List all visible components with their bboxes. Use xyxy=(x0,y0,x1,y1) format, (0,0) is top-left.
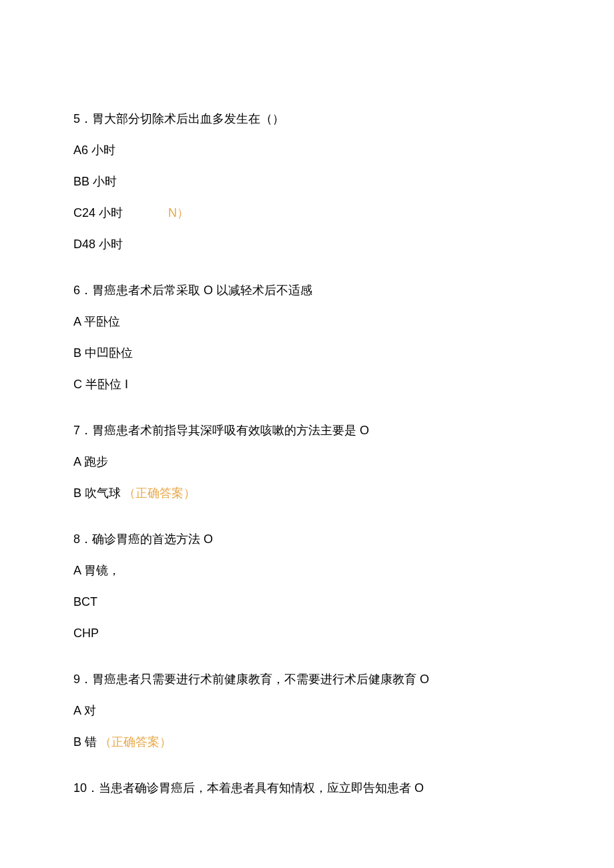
question-block: 5．胃大部分切除术后出血多发生在（） A6 小时 BB 小时 C24 小时 N）… xyxy=(73,110,541,254)
question-body: ．胃大部分切除术后出血多发生在（） xyxy=(80,112,284,125)
question-number: 10 xyxy=(73,781,87,795)
question-text: 5．胃大部分切除术后出血多发生在（） xyxy=(73,110,541,128)
option-label: A 跑步 xyxy=(73,455,108,468)
question-body: ．当患者确诊胃癌后，本着患者具有知情权，应立即告知患者 O xyxy=(87,781,424,795)
question-block: 9．胃癌患者只需要进行术前健康教育，不需要进行术后健康教育 O A 对 B 错（… xyxy=(73,671,541,751)
option-item: A 跑步 xyxy=(73,453,541,471)
option-label: B 吹气球 xyxy=(73,486,121,500)
option-label: A 平卧位 xyxy=(73,315,120,328)
document-page: 5．胃大部分切除术后出血多发生在（） A6 小时 BB 小时 C24 小时 N）… xyxy=(0,0,614,868)
question-body: ．胃癌患者术后常采取 O 以减轻术后不适感 xyxy=(80,284,312,297)
question-text: 6．胃癌患者术后常采取 O 以减轻术后不适感 xyxy=(73,282,541,300)
question-number: 7 xyxy=(73,424,80,437)
option-label: B 错 xyxy=(73,735,97,749)
question-block: 6．胃癌患者术后常采取 O 以减轻术后不适感 A 平卧位 B 中凹卧位 C 半卧… xyxy=(73,282,541,394)
option-item: C24 小时 N） xyxy=(73,204,541,222)
question-body: ．胃癌患者术前指导其深呼吸有效咳嗽的方法主要是 O xyxy=(80,424,369,437)
option-item: B 吹气球（正确答案） xyxy=(73,484,541,502)
option-label: A6 小时 xyxy=(73,143,115,157)
option-label: BCT xyxy=(73,595,97,608)
option-item: C 半卧位 I xyxy=(73,376,541,394)
option-item: A6 小时 xyxy=(73,141,541,159)
correct-marker: N） xyxy=(168,204,189,222)
option-item: A 胃镜， xyxy=(73,562,541,580)
correct-marker: （正确答案） xyxy=(123,486,196,500)
question-text: 9．胃癌患者只需要进行术前健康教育，不需要进行术后健康教育 O xyxy=(73,671,541,689)
question-body: ．胃癌患者只需要进行术前健康教育，不需要进行术后健康教育 O xyxy=(80,673,429,686)
correct-marker: （正确答案） xyxy=(99,735,172,749)
question-block: 7．胃癌患者术前指导其深呼吸有效咳嗽的方法主要是 O A 跑步 B 吹气球（正确… xyxy=(73,422,541,502)
option-label: CHP xyxy=(73,626,99,640)
option-item: D48 小时 xyxy=(73,236,541,254)
option-label: C24 小时 xyxy=(73,204,123,222)
question-number: 9 xyxy=(73,673,80,686)
question-number: 6 xyxy=(73,284,80,297)
option-item: BCT xyxy=(73,593,541,611)
question-number: 5 xyxy=(73,112,80,125)
option-item: CHP xyxy=(73,624,541,642)
option-label: D48 小时 xyxy=(73,238,123,251)
option-label: A 对 xyxy=(73,704,96,717)
option-label: A 胃镜， xyxy=(73,564,120,577)
question-text: 10．当患者确诊胃癌后，本着患者具有知情权，应立即告知患者 O xyxy=(73,779,541,797)
question-text: 8．确诊胃癌的首选方法 O xyxy=(73,530,541,548)
option-label: C 半卧位 I xyxy=(73,378,128,391)
question-number: 8 xyxy=(73,532,80,546)
option-item: BB 小时 xyxy=(73,173,541,191)
question-block: 8．确诊胃癌的首选方法 O A 胃镜， BCT CHP xyxy=(73,530,541,642)
option-label: BB 小时 xyxy=(73,175,117,188)
question-text: 7．胃癌患者术前指导其深呼吸有效咳嗽的方法主要是 O xyxy=(73,422,541,440)
option-item: B 错（正确答案） xyxy=(73,733,541,751)
question-body: ．确诊胃癌的首选方法 O xyxy=(80,532,213,546)
option-item: A 平卧位 xyxy=(73,313,541,331)
option-item: A 对 xyxy=(73,702,541,720)
option-label: B 中凹卧位 xyxy=(73,346,133,360)
question-block: 10．当患者确诊胃癌后，本着患者具有知情权，应立即告知患者 O xyxy=(73,779,541,797)
option-item: B 中凹卧位 xyxy=(73,344,541,362)
